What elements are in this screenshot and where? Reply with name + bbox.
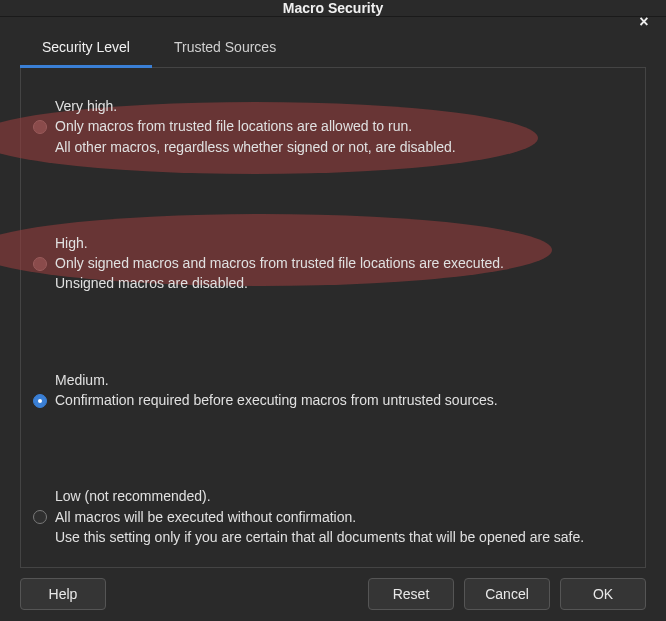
tab-security-level[interactable]: Security Level	[20, 31, 152, 68]
tab-bar: Security Level Trusted Sources	[20, 31, 646, 68]
tab-trusted-sources[interactable]: Trusted Sources	[152, 31, 298, 68]
radio-low[interactable]	[33, 510, 47, 524]
dialog-title: Macro Security	[283, 0, 383, 16]
reset-button[interactable]: Reset	[368, 578, 454, 610]
option-high-text: High. Only signed macros and macros from…	[55, 233, 504, 294]
titlebar: Macro Security ×	[0, 0, 666, 17]
radio-high[interactable]	[33, 257, 47, 271]
option-line: Very high.	[55, 96, 456, 116]
option-line: Medium.	[55, 370, 498, 390]
option-line: All other macros, regardless whether sig…	[55, 137, 456, 157]
option-medium-text: Medium. Confirmation required before exe…	[55, 370, 498, 411]
macro-security-dialog: Macro Security × Security Level Trusted …	[0, 0, 666, 621]
option-line: Use this setting only if you are certain…	[55, 527, 584, 547]
ok-button[interactable]: OK	[560, 578, 646, 610]
option-line: All macros will be executed without conf…	[55, 507, 584, 527]
option-very-high: Very high. Only macros from trusted file…	[33, 96, 633, 157]
button-row: Help Reset Cancel OK	[20, 568, 646, 621]
option-line: Low (not recommended).	[55, 486, 584, 506]
option-line: Only macros from trusted file locations …	[55, 116, 456, 136]
option-line: High.	[55, 233, 504, 253]
dialog-content: Security Level Trusted Sources Very high…	[0, 17, 666, 621]
close-icon[interactable]: ×	[632, 10, 656, 34]
option-medium: Medium. Confirmation required before exe…	[33, 370, 633, 411]
option-line: Only signed macros and macros from trust…	[55, 253, 504, 273]
option-line: Confirmation required before executing m…	[55, 390, 498, 410]
option-line: Unsigned macros are disabled.	[55, 273, 504, 293]
radio-medium[interactable]	[33, 394, 47, 408]
options-group: Very high. Only macros from trusted file…	[21, 68, 645, 567]
option-low-text: Low (not recommended). All macros will b…	[55, 486, 584, 547]
spacer	[116, 578, 358, 610]
cancel-button[interactable]: Cancel	[464, 578, 550, 610]
radio-very-high[interactable]	[33, 120, 47, 134]
help-button[interactable]: Help	[20, 578, 106, 610]
security-level-panel: Very high. Only macros from trusted file…	[20, 68, 646, 568]
option-high: High. Only signed macros and macros from…	[33, 233, 633, 294]
option-low: Low (not recommended). All macros will b…	[33, 486, 633, 547]
option-very-high-text: Very high. Only macros from trusted file…	[55, 96, 456, 157]
